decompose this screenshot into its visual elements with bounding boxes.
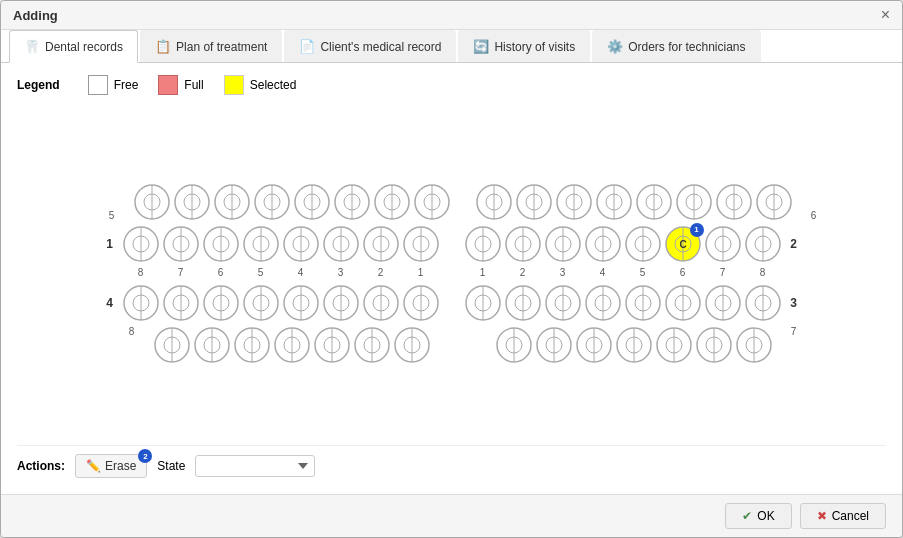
n-2l: 2 — [362, 267, 400, 278]
close-button[interactable]: × — [881, 7, 890, 23]
tooth-middle-left-8[interactable] — [402, 225, 440, 263]
tooth-upper-right-1[interactable] — [475, 183, 513, 221]
tooth-middle-right-2[interactable] — [504, 225, 542, 263]
n-5l: 5 — [242, 267, 280, 278]
tooth-lower-left-5[interactable] — [282, 284, 320, 322]
tooth-middle-left-6[interactable] — [322, 225, 360, 263]
plan-of-treatment-icon: 📋 — [155, 39, 171, 54]
legend-free-label: Free — [114, 78, 139, 92]
tooth-upper-right-4[interactable] — [595, 183, 633, 221]
tooth-bottom-left-3[interactable] — [233, 326, 271, 364]
tooth-upper-left-2[interactable] — [173, 183, 211, 221]
tooth-upper-right-3[interactable] — [555, 183, 593, 221]
middle-right-teeth: C 1 — [464, 225, 782, 263]
tooth-upper-left-1[interactable] — [133, 183, 171, 221]
n-6l: 6 — [202, 267, 240, 278]
tooth-upper-left-8[interactable] — [413, 183, 451, 221]
n-8r: 8 — [744, 267, 782, 278]
tooth-upper-right-5[interactable] — [635, 183, 673, 221]
tooth-upper-right-2[interactable] — [515, 183, 553, 221]
tooth-bottom-left-7[interactable] — [393, 326, 431, 364]
tooth-lower-left-4[interactable] — [242, 284, 280, 322]
tooth-middle-left-2[interactable] — [162, 225, 200, 263]
tooth-lower-right-3[interactable] — [544, 284, 582, 322]
tooth-upper-right-8[interactable] — [755, 183, 793, 221]
n-3l: 3 — [322, 267, 360, 278]
tooth-upper-left-6[interactable] — [333, 183, 371, 221]
tooth-middle-right-4[interactable] — [584, 225, 622, 263]
tooth-bottom-right-5[interactable] — [655, 326, 693, 364]
n-5r: 5 — [624, 267, 662, 278]
tooth-bottom-left-4[interactable] — [273, 326, 311, 364]
tab-dental-records[interactable]: 🦷 Dental records — [9, 30, 138, 63]
tooth-upper-left-7[interactable] — [373, 183, 411, 221]
tooth-middle-left-1[interactable] — [122, 225, 160, 263]
tooth-lower-right-1[interactable] — [464, 284, 502, 322]
orders-for-technicians-icon: ⚙️ — [607, 39, 623, 54]
tooth-middle-right-5[interactable] — [624, 225, 662, 263]
tooth-lower-left-7[interactable] — [362, 284, 400, 322]
upper-label-row: 5 — [71, 183, 833, 221]
tooth-middle-left-5[interactable] — [282, 225, 320, 263]
row-label-4: 4 — [100, 296, 120, 310]
tooth-middle-left-4[interactable] — [242, 225, 280, 263]
lower-middle-row: 4 — [100, 284, 804, 322]
ok-button[interactable]: ✔ OK — [725, 503, 791, 529]
footer: ✔ OK ✖ Cancel — [1, 494, 902, 537]
tooth-upper-left-4[interactable] — [253, 183, 291, 221]
middle-num-row: 8 7 6 5 4 3 2 1 1 2 3 4 5 6 7 — [100, 267, 804, 278]
tooth-bottom-right-2[interactable] — [535, 326, 573, 364]
tooth-lower-right-5[interactable] — [624, 284, 662, 322]
tooth-middle-left-7[interactable] — [362, 225, 400, 263]
tooth-bottom-right-1[interactable] — [495, 326, 533, 364]
tooth-bottom-right-6[interactable] — [695, 326, 733, 364]
tooth-bottom-left-5[interactable] — [313, 326, 351, 364]
tooth-lower-left-8[interactable] — [402, 284, 440, 322]
tooth-lower-left-6[interactable] — [322, 284, 360, 322]
tooth-upper-left-5[interactable] — [293, 183, 331, 221]
middle-right-nums: 1 2 3 4 5 6 7 8 — [464, 267, 782, 278]
tab-history-of-visits-label: History of visits — [494, 40, 575, 54]
tooth-lower-left-1[interactable] — [122, 284, 160, 322]
tooth-middle-right-8[interactable] — [744, 225, 782, 263]
tooth-lower-right-2[interactable] — [504, 284, 542, 322]
tab-plan-of-treatment[interactable]: 📋 Plan of treatment — [140, 30, 282, 62]
n-8l: 8 — [122, 267, 160, 278]
tooth-lower-right-6[interactable] — [664, 284, 702, 322]
tooth-bottom-right-3[interactable] — [575, 326, 613, 364]
tooth-lower-right-7[interactable] — [704, 284, 742, 322]
lower-right-teeth — [464, 284, 782, 322]
cancel-button[interactable]: ✖ Cancel — [800, 503, 886, 529]
tooth-lower-right-8[interactable] — [744, 284, 782, 322]
content-area: Legend Free Full Selected 5 — [1, 63, 902, 494]
tooth-middle-right-3[interactable] — [544, 225, 582, 263]
n-3r: 3 — [544, 267, 582, 278]
tab-orders-for-technicians[interactable]: ⚙️ Orders for technicians — [592, 30, 760, 62]
tab-orders-for-technicians-label: Orders for technicians — [628, 40, 745, 54]
tooth-middle-right-6[interactable]: C 1 — [664, 225, 702, 263]
tooth-upper-right-7[interactable] — [715, 183, 753, 221]
dialog-title: Adding — [13, 8, 58, 23]
actions-bar: Actions: ✏️ Erase 2 State — [17, 445, 886, 482]
dental-records-icon: 🦷 — [24, 39, 40, 54]
tooth-bottom-right-4[interactable] — [615, 326, 653, 364]
tooth-middle-right-7[interactable] — [704, 225, 742, 263]
tooth-bottom-left-6[interactable] — [353, 326, 391, 364]
tabs-container: 🦷 Dental records 📋 Plan of treatment 📄 C… — [1, 30, 902, 63]
tooth-bottom-left-2[interactable] — [193, 326, 231, 364]
row-label-3: 3 — [784, 296, 804, 310]
erase-button[interactable]: ✏️ Erase 2 — [75, 454, 147, 478]
tab-history-of-visits[interactable]: 🔄 History of visits — [458, 30, 590, 62]
tooth-middle-left-3[interactable] — [202, 225, 240, 263]
tab-clients-medical-record[interactable]: 📄 Client's medical record — [284, 30, 456, 62]
tooth-upper-right-6[interactable] — [675, 183, 713, 221]
tooth-bottom-right-7[interactable] — [735, 326, 773, 364]
tooth-lower-left-3[interactable] — [202, 284, 240, 322]
state-select[interactable] — [195, 455, 315, 477]
upper-right-teeth — [475, 183, 793, 221]
tooth-upper-left-3[interactable] — [213, 183, 251, 221]
tooth-lower-left-2[interactable] — [162, 284, 200, 322]
tooth-middle-right-1[interactable] — [464, 225, 502, 263]
tooth-lower-right-4[interactable] — [584, 284, 622, 322]
tooth-bottom-left-1[interactable] — [153, 326, 191, 364]
